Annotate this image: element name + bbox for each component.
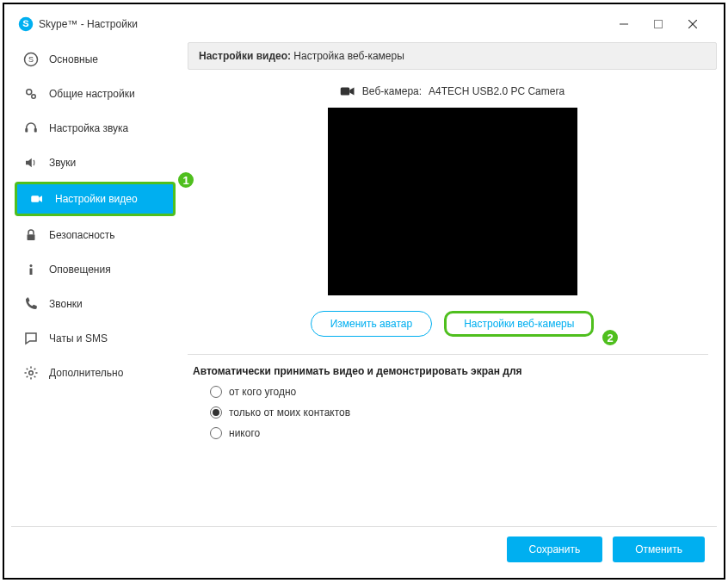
camera-label: Веб-камера: bbox=[362, 85, 422, 97]
cancel-button[interactable]: Отменить bbox=[613, 536, 705, 562]
sidebar: S Основные Общие настройки Настройка зву… bbox=[11, 42, 179, 523]
save-button[interactable]: Сохранить bbox=[507, 536, 603, 562]
svg-rect-16 bbox=[341, 88, 350, 96]
svg-point-0 bbox=[19, 17, 34, 32]
camera-row: Веб-камера: A4TECH USB2.0 PC Camera bbox=[188, 85, 717, 97]
gears-icon bbox=[23, 86, 39, 102]
svg-rect-12 bbox=[28, 234, 35, 240]
camera-icon bbox=[340, 85, 355, 97]
window-title: Skype™ - Настройки bbox=[39, 18, 607, 30]
change-avatar-button[interactable]: Изменить аватар bbox=[311, 311, 433, 337]
svg-rect-11 bbox=[31, 195, 39, 202]
sidebar-item-label: Оповещения bbox=[49, 264, 111, 276]
panel-header-prefix: Настройки видео: bbox=[199, 50, 291, 62]
radio-contacts-only[interactable]: только от моих контактов bbox=[210, 406, 717, 419]
svg-point-7 bbox=[27, 90, 32, 95]
minimize-button[interactable] bbox=[607, 12, 641, 36]
radio-label: никого bbox=[229, 427, 260, 439]
radio-anyone[interactable]: от кого угодно bbox=[210, 386, 717, 398]
svg-rect-10 bbox=[34, 128, 37, 133]
sidebar-item-label: Чаты и SMS bbox=[49, 332, 108, 344]
sidebar-item-label: Звонки bbox=[49, 298, 83, 310]
sidebar-item-video[interactable]: Настройки видео bbox=[15, 182, 176, 216]
radio-label: только от моих контактов bbox=[229, 406, 350, 419]
sidebar-item-label: Настройка звука bbox=[49, 122, 128, 134]
speaker-icon bbox=[23, 155, 39, 171]
sidebar-item-label: Безопасность bbox=[49, 229, 115, 241]
sidebar-item-security[interactable]: Безопасность bbox=[11, 218, 179, 252]
radio-icon bbox=[210, 386, 222, 398]
close-button[interactable] bbox=[676, 12, 710, 36]
camera-icon bbox=[29, 191, 45, 207]
svg-text:S: S bbox=[28, 55, 34, 64]
camera-name: A4TECH USB2.0 PC Camera bbox=[429, 85, 565, 97]
titlebar: Skype™ - Настройки bbox=[11, 11, 717, 37]
chat-icon bbox=[23, 331, 39, 346]
radio-label: от кого угодно bbox=[229, 386, 296, 398]
panel-header-text: Настройка веб-камеры bbox=[293, 50, 404, 62]
sidebar-item-audio[interactable]: Настройка звука bbox=[11, 111, 179, 146]
radio-group-auto-accept: от кого угодно только от моих контактов … bbox=[188, 386, 717, 439]
sidebar-item-label: Звуки bbox=[49, 157, 76, 169]
sidebar-item-advanced[interactable]: Дополнительно bbox=[11, 356, 179, 390]
webcam-settings-button[interactable]: Настройки веб-камеры bbox=[444, 311, 594, 337]
footer: Сохранить Отменить bbox=[11, 526, 717, 571]
auto-accept-label: Автоматически принимать видео и демонстр… bbox=[193, 365, 717, 377]
radio-icon bbox=[210, 427, 222, 439]
skype-logo-icon bbox=[18, 16, 34, 32]
svg-rect-2 bbox=[655, 21, 663, 28]
divider bbox=[188, 354, 708, 355]
sidebar-item-label: Дополнительно bbox=[49, 367, 123, 379]
info-icon bbox=[23, 262, 39, 277]
skype-icon: S bbox=[23, 52, 39, 67]
lock-icon bbox=[23, 227, 39, 243]
sidebar-item-calls[interactable]: Звонки bbox=[11, 287, 179, 321]
svg-point-8 bbox=[32, 95, 36, 99]
sidebar-item-notifications[interactable]: Оповещения bbox=[11, 252, 179, 287]
sidebar-item-general[interactable]: S Основные bbox=[11, 42, 179, 77]
main-panel: Настройки видео: Настройка веб-камеры Ве… bbox=[188, 42, 717, 523]
radio-icon bbox=[210, 406, 222, 419]
sidebar-item-label: Основные bbox=[49, 53, 98, 65]
sidebar-item-common-settings[interactable]: Общие настройки bbox=[11, 77, 179, 111]
sidebar-item-label: Общие настройки bbox=[49, 88, 135, 100]
panel-header: Настройки видео: Настройка веб-камеры bbox=[188, 42, 717, 70]
svg-rect-9 bbox=[25, 128, 28, 133]
callout-badge-1: 1 bbox=[176, 171, 195, 189]
radio-nobody[interactable]: никого bbox=[210, 427, 717, 439]
sidebar-item-chat-sms[interactable]: Чаты и SMS bbox=[11, 321, 179, 356]
svg-point-15 bbox=[29, 371, 34, 375]
phone-icon bbox=[23, 296, 39, 312]
sidebar-item-sounds[interactable]: Звуки bbox=[11, 146, 179, 180]
maximize-button[interactable] bbox=[641, 12, 676, 36]
callout-badge-2: 2 bbox=[601, 328, 620, 347]
headset-icon bbox=[23, 121, 39, 136]
sidebar-item-label: Настройки видео bbox=[55, 193, 138, 205]
svg-rect-14 bbox=[30, 269, 33, 276]
svg-point-13 bbox=[30, 264, 33, 267]
camera-preview bbox=[328, 108, 577, 295]
gear-icon bbox=[23, 365, 39, 381]
